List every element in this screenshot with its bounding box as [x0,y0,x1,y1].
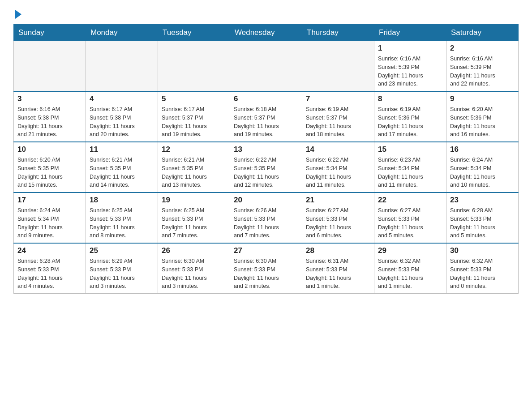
calendar-cell: 3Sunrise: 6:16 AMSunset: 5:38 PMDaylight… [14,91,86,142]
day-info: Sunrise: 6:20 AMSunset: 5:35 PMDaylight:… [17,156,82,189]
calendar-cell: 20Sunrise: 6:26 AMSunset: 5:33 PMDayligh… [230,193,302,243]
calendar-cell [302,41,374,92]
day-number: 24 [17,246,82,255]
day-info: Sunrise: 6:16 AMSunset: 5:39 PMDaylight:… [378,55,442,88]
calendar-cell: 24Sunrise: 6:28 AMSunset: 5:33 PMDayligh… [14,243,86,294]
calendar-cell: 19Sunrise: 6:25 AMSunset: 5:33 PMDayligh… [158,193,230,243]
day-info: Sunrise: 6:28 AMSunset: 5:33 PMDaylight:… [17,257,82,291]
day-number: 17 [17,196,82,205]
day-number: 29 [378,246,442,255]
calendar-cell: 7Sunrise: 6:19 AMSunset: 5:37 PMDaylight… [302,91,374,142]
day-info: Sunrise: 6:21 AMSunset: 5:35 PMDaylight:… [162,156,226,189]
calendar-cell: 11Sunrise: 6:21 AMSunset: 5:35 PMDayligh… [86,142,158,193]
page-header [13,9,519,17]
calendar-cell: 21Sunrise: 6:27 AMSunset: 5:33 PMDayligh… [302,193,374,243]
calendar-cell: 29Sunrise: 6:32 AMSunset: 5:33 PMDayligh… [374,243,446,294]
calendar-cell: 15Sunrise: 6:23 AMSunset: 5:34 PMDayligh… [374,142,446,193]
day-info: Sunrise: 6:20 AMSunset: 5:36 PMDaylight:… [450,105,515,139]
calendar-cell: 22Sunrise: 6:27 AMSunset: 5:33 PMDayligh… [374,193,446,243]
day-info: Sunrise: 6:22 AMSunset: 5:35 PMDaylight:… [234,156,298,189]
day-number: 3 [17,94,82,103]
calendar-cell: 16Sunrise: 6:24 AMSunset: 5:34 PMDayligh… [446,142,519,193]
day-number: 13 [234,145,298,154]
day-number: 5 [162,94,226,103]
calendar-cell [14,41,86,92]
day-info: Sunrise: 6:30 AMSunset: 5:33 PMDaylight:… [234,257,298,291]
day-number: 7 [306,94,370,103]
calendar-cell [230,41,302,92]
column-header-saturday: Saturday [446,25,519,41]
day-info: Sunrise: 6:24 AMSunset: 5:34 PMDaylight:… [450,156,515,189]
day-info: Sunrise: 6:17 AMSunset: 5:37 PMDaylight:… [162,105,226,139]
calendar-cell: 27Sunrise: 6:30 AMSunset: 5:33 PMDayligh… [230,243,302,294]
calendar-cell: 10Sunrise: 6:20 AMSunset: 5:35 PMDayligh… [14,142,86,193]
day-info: Sunrise: 6:21 AMSunset: 5:35 PMDaylight:… [90,156,154,189]
day-info: Sunrise: 6:19 AMSunset: 5:36 PMDaylight:… [378,105,442,139]
calendar-cell: 25Sunrise: 6:29 AMSunset: 5:33 PMDayligh… [86,243,158,294]
day-number: 8 [378,94,442,103]
day-number: 18 [90,196,154,205]
day-number: 11 [90,145,154,154]
calendar-cell: 8Sunrise: 6:19 AMSunset: 5:36 PMDaylight… [374,91,446,142]
calendar-week-row: 1Sunrise: 6:16 AMSunset: 5:39 PMDaylight… [14,41,519,92]
day-number: 6 [234,94,298,103]
day-info: Sunrise: 6:26 AMSunset: 5:33 PMDaylight:… [234,206,298,240]
logo [13,9,21,17]
day-info: Sunrise: 6:28 AMSunset: 5:33 PMDaylight:… [450,206,515,240]
column-header-sunday: Sunday [14,25,86,41]
day-info: Sunrise: 6:16 AMSunset: 5:38 PMDaylight:… [17,105,82,139]
day-number: 28 [306,246,370,255]
calendar-cell: 23Sunrise: 6:28 AMSunset: 5:33 PMDayligh… [446,193,519,243]
calendar-cell [86,41,158,92]
calendar-cell: 12Sunrise: 6:21 AMSunset: 5:35 PMDayligh… [158,142,230,193]
calendar-cell: 26Sunrise: 6:30 AMSunset: 5:33 PMDayligh… [158,243,230,294]
day-info: Sunrise: 6:31 AMSunset: 5:33 PMDaylight:… [306,257,370,291]
day-info: Sunrise: 6:32 AMSunset: 5:33 PMDaylight:… [450,257,515,291]
column-header-friday: Friday [374,25,446,41]
day-number: 4 [90,94,154,103]
day-number: 1 [378,44,442,53]
day-info: Sunrise: 6:19 AMSunset: 5:37 PMDaylight:… [306,105,370,139]
day-info: Sunrise: 6:17 AMSunset: 5:38 PMDaylight:… [90,105,154,139]
day-info: Sunrise: 6:30 AMSunset: 5:33 PMDaylight:… [162,257,226,291]
day-number: 14 [306,145,370,154]
column-header-tuesday: Tuesday [158,25,230,41]
calendar-cell [158,41,230,92]
day-number: 21 [306,196,370,205]
day-info: Sunrise: 6:23 AMSunset: 5:34 PMDaylight:… [378,156,442,189]
calendar-cell: 17Sunrise: 6:24 AMSunset: 5:34 PMDayligh… [14,193,86,243]
day-number: 16 [450,145,515,154]
logo-arrow-icon [15,10,21,19]
day-number: 12 [162,145,226,154]
calendar-cell: 5Sunrise: 6:17 AMSunset: 5:37 PMDaylight… [158,91,230,142]
calendar-cell: 18Sunrise: 6:25 AMSunset: 5:33 PMDayligh… [86,193,158,243]
calendar-week-row: 24Sunrise: 6:28 AMSunset: 5:33 PMDayligh… [14,243,519,294]
day-number: 19 [162,196,226,205]
day-number: 15 [378,145,442,154]
day-number: 10 [17,145,82,154]
calendar-cell: 14Sunrise: 6:22 AMSunset: 5:34 PMDayligh… [302,142,374,193]
day-info: Sunrise: 6:27 AMSunset: 5:33 PMDaylight:… [378,206,442,240]
calendar-week-row: 3Sunrise: 6:16 AMSunset: 5:38 PMDaylight… [14,91,519,142]
calendar-week-row: 17Sunrise: 6:24 AMSunset: 5:34 PMDayligh… [14,193,519,243]
column-header-thursday: Thursday [302,25,374,41]
calendar-cell: 28Sunrise: 6:31 AMSunset: 5:33 PMDayligh… [302,243,374,294]
day-number: 2 [450,44,515,53]
day-number: 26 [162,246,226,255]
calendar-table: SundayMondayTuesdayWednesdayThursdayFrid… [13,24,519,294]
day-info: Sunrise: 6:27 AMSunset: 5:33 PMDaylight:… [306,206,370,240]
day-number: 9 [450,94,515,103]
calendar-cell: 9Sunrise: 6:20 AMSunset: 5:36 PMDaylight… [446,91,519,142]
calendar-header-row: SundayMondayTuesdayWednesdayThursdayFrid… [14,25,519,41]
day-info: Sunrise: 6:32 AMSunset: 5:33 PMDaylight:… [378,257,442,291]
day-number: 25 [90,246,154,255]
day-info: Sunrise: 6:16 AMSunset: 5:39 PMDaylight:… [450,55,515,88]
calendar-cell: 2Sunrise: 6:16 AMSunset: 5:39 PMDaylight… [446,41,519,92]
column-header-wednesday: Wednesday [230,25,302,41]
calendar-cell: 30Sunrise: 6:32 AMSunset: 5:33 PMDayligh… [446,243,519,294]
calendar-week-row: 10Sunrise: 6:20 AMSunset: 5:35 PMDayligh… [14,142,519,193]
day-info: Sunrise: 6:22 AMSunset: 5:34 PMDaylight:… [306,156,370,189]
column-header-monday: Monday [86,25,158,41]
day-info: Sunrise: 6:29 AMSunset: 5:33 PMDaylight:… [90,257,154,291]
day-info: Sunrise: 6:25 AMSunset: 5:33 PMDaylight:… [162,206,226,240]
